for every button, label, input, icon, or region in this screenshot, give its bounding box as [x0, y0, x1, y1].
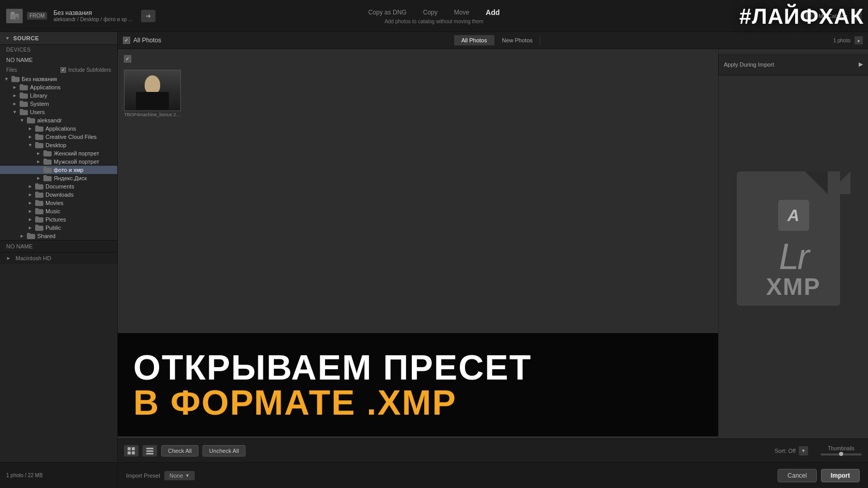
copy-as-dng-btn[interactable]: Copy as DNG	[365, 8, 410, 17]
files-row: Files ✓ Include Subfolders	[0, 65, 117, 75]
apply-label: Apply During Import	[724, 61, 774, 68]
tree-downloads[interactable]: ► Downloads	[0, 191, 117, 199]
left-panel: ▼ Source Devices NO NAME Files ✓ Include…	[0, 32, 118, 462]
folder-icon-root	[11, 76, 20, 82]
folder-icon-app3	[35, 125, 43, 132]
folder-icon-cc	[35, 134, 43, 140]
top-bar: FROM Без названия aleksandr / Desktop / …	[0, 0, 868, 32]
folder-icon-pub	[35, 225, 43, 231]
dialog-buttons: Cancel Import	[769, 469, 868, 482]
filter-buttons: All Photos New Photos	[454, 35, 540, 45]
tree-arrow-app1: ►	[12, 85, 20, 90]
forward-btn[interactable]: ➔	[141, 10, 156, 22]
import-preset-label: Import Preset	[126, 473, 160, 479]
cancel-button[interactable]: Cancel	[778, 469, 816, 482]
folder-icon-users	[20, 109, 28, 115]
tree-root[interactable]: ▼ Без названия	[0, 75, 117, 83]
device-no-name[interactable]: NO NAME	[0, 55, 117, 65]
tree-creative-cloud[interactable]: ► Creative Cloud Files	[0, 133, 117, 141]
svg-rect-1	[11, 12, 14, 14]
add-btn[interactable]: Add	[483, 7, 503, 18]
tree-music[interactable]: ► Music	[0, 207, 117, 215]
panel-toggle[interactable]: ▸	[855, 36, 863, 44]
svg-point-3	[16, 18, 17, 19]
tree-system[interactable]: ► System	[0, 100, 117, 108]
all-photos-row[interactable]: ✓ All Photos	[123, 37, 161, 44]
tree-women-portrait[interactable]: ► Женский портрет	[0, 149, 117, 158]
subline-text: В ФОРМАТЕ .XMP	[133, 385, 703, 420]
copy-btn[interactable]: Copy	[420, 8, 441, 17]
filter-new-photos[interactable]: New Photos	[494, 35, 540, 45]
include-subfolders[interactable]: ✓ Include Subfolders	[60, 67, 111, 73]
tree-foto-xmp[interactable]: фото и хмр	[0, 166, 117, 174]
apply-toggle[interactable]: ▶	[859, 61, 863, 68]
devices-label: Devices	[0, 45, 117, 55]
thumb-slider-handle[interactable]	[839, 452, 843, 456]
tree-public[interactable]: ► Public	[0, 224, 117, 232]
thumbnails-label: Thumbnails	[828, 446, 855, 451]
tree-arrow-lib: ►	[12, 93, 20, 98]
check-all-btn[interactable]: Check All	[161, 445, 198, 456]
source-header[interactable]: ▼ Source	[0, 32, 117, 45]
single-photo-check[interactable]: ✓	[124, 55, 131, 62]
folder-icon-mus	[35, 208, 43, 214]
thumb-image	[124, 70, 181, 111]
content-area: ✓ All Photos All Photos New Photos 1 pho…	[118, 32, 868, 462]
macintosh-hd[interactable]: ► Macintosh HD	[0, 253, 117, 264]
tree-label-mov: Movies	[45, 200, 64, 206]
tree-arrow-mov: ►	[28, 200, 35, 206]
tree-arrow-users: ▼	[12, 109, 20, 115]
tree-label-shared: Shared	[37, 233, 55, 239]
no-name-2[interactable]: NO NAME	[0, 240, 117, 253]
import-preset-section: Import Preset None ▼	[118, 471, 769, 480]
sort-toggle[interactable]: ▼	[799, 446, 808, 455]
adobe-logo-box: A	[778, 200, 809, 231]
tree-label-mus: Music	[45, 208, 60, 214]
uncheck-all-btn[interactable]: Uncheck All	[203, 445, 245, 456]
tree-documents[interactable]: ► Documents	[0, 182, 117, 191]
folder-icon-lib	[20, 92, 28, 99]
macintosh-label: Macintosh HD	[16, 255, 51, 261]
tree-applications-3[interactable]: ► Applications	[0, 124, 117, 133]
move-btn[interactable]: Move	[451, 8, 472, 17]
tree-shared[interactable]: ► Shared	[0, 232, 117, 240]
tree-desktop[interactable]: ▼ Desktop	[0, 141, 117, 149]
tree-label-lib: Library	[30, 92, 48, 99]
tree-arrow-wp: ►	[36, 151, 43, 156]
tree-arrow-dl: ►	[28, 192, 35, 197]
tree-applications-1[interactable]: ► Applications	[0, 83, 117, 91]
include-subfolders-checkbox[interactable]: ✓	[60, 67, 66, 73]
headline-text: ОТКРЫВАЕМ ПРЕСЕТ	[133, 350, 703, 385]
import-button[interactable]: Import	[821, 469, 860, 482]
sort-section: Sort: Off ▼	[774, 446, 808, 455]
tree-aleksandr[interactable]: ▼ aleksandr	[0, 116, 117, 124]
tree-arrow-mac: ►	[6, 256, 13, 261]
tree-label-sys: System	[30, 101, 49, 107]
photo-thumbnail[interactable]: TBOP4machine_bonus 2.CR2	[124, 70, 181, 117]
tree-library[interactable]: ► Library	[0, 91, 117, 100]
folder-icon-wp	[43, 150, 52, 156]
list-view-btn[interactable]	[143, 445, 157, 456]
tree-label-pub: Public	[45, 225, 61, 231]
import-preset-dropdown[interactable]: None ▼	[164, 471, 195, 480]
source-path: aleksandr / Desktop / фото и хр ...	[53, 17, 132, 22]
all-photos-label: All Photos	[133, 37, 161, 44]
all-photos-check[interactable]: ✓	[123, 37, 130, 44]
grid-view-btn[interactable]	[124, 445, 138, 456]
folder-icon-shared	[27, 233, 35, 239]
source-title: Source	[13, 35, 39, 41]
file-tree: ▼ Без названия ► Applications ► Library …	[0, 75, 117, 240]
folder-icon-mov	[35, 200, 43, 206]
folder-icon-docs	[35, 183, 43, 190]
tree-label-app1: Applications	[30, 84, 60, 90]
tree-users[interactable]: ▼ Users	[0, 108, 117, 116]
tree-yandex[interactable]: ► Яндекс.Диск	[0, 174, 117, 182]
filter-all-photos[interactable]: All Photos	[454, 35, 495, 45]
apply-during-import: Apply During Import ▶	[718, 54, 868, 75]
tree-pictures[interactable]: ► Pictures	[0, 215, 117, 224]
from-label: FROM	[27, 12, 47, 20]
tree-men-portrait[interactable]: ► Мужской портрет	[0, 158, 117, 166]
tree-movies[interactable]: ► Movies	[0, 199, 117, 207]
folder-icon-dl	[35, 192, 43, 198]
thumb-slider[interactable]	[820, 453, 862, 455]
